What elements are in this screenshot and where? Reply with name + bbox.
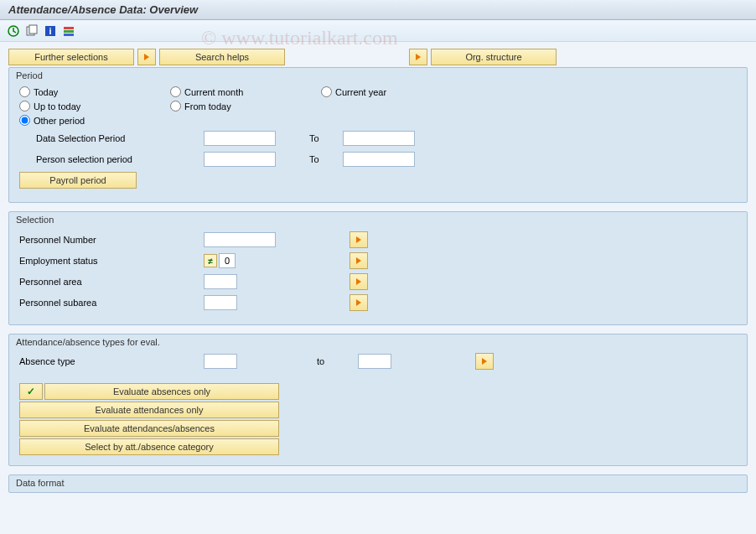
personnel-subarea-multi-button[interactable] (350, 294, 368, 311)
radio-current-year-label: Current year (335, 87, 386, 97)
absence-type-to-input[interactable] (358, 354, 391, 369)
variant-icon[interactable] (25, 24, 39, 38)
personnel-area-input[interactable] (204, 274, 237, 289)
employment-status-multi-button[interactable] (350, 252, 368, 269)
title-bar: Attendance/Absence Data: Overview (0, 0, 756, 20)
search-helps-expand-button[interactable] (137, 49, 156, 65)
radio-other-period[interactable]: Other period (19, 115, 170, 126)
radio-up-to-today[interactable]: Up to today (19, 101, 170, 111)
radio-from-today-input[interactable] (170, 101, 181, 111)
payroll-period-button[interactable]: Payroll period (19, 172, 137, 189)
svg-rect-7 (64, 34, 74, 36)
svg-rect-5 (64, 27, 74, 29)
org-structure-button[interactable]: Org. structure (431, 49, 557, 65)
search-helps-button[interactable]: Search helps (159, 49, 285, 65)
arrow-right-icon (356, 278, 361, 285)
absence-type-multi-button[interactable] (475, 353, 494, 370)
select-category-button[interactable]: Select by att./absence category (19, 438, 279, 455)
content-area: Further selections Search helps Org. str… (0, 42, 756, 534)
arrow-right-icon (356, 299, 361, 306)
not-equal-icon[interactable]: ≠ (204, 254, 217, 267)
data-selection-to-input[interactable] (343, 131, 415, 146)
radio-other-period-label: Other period (34, 116, 85, 126)
org-structure-expand-button[interactable] (409, 49, 427, 65)
data-selection-from-input[interactable] (204, 131, 276, 146)
svg-text:i: i (49, 26, 51, 36)
personnel-area-multi-button[interactable] (350, 273, 368, 290)
eval-both-button[interactable]: Evaluate attendances/absences (19, 420, 279, 437)
arrow-right-icon (356, 236, 361, 243)
radio-current-month[interactable]: Current month (170, 86, 321, 97)
person-selection-label: Person selection period (19, 154, 204, 164)
selection-group: Selection Personnel Number Employment st… (8, 211, 748, 325)
arrow-right-icon (356, 257, 361, 264)
personnel-subarea-input[interactable] (204, 295, 237, 310)
employment-status-input[interactable] (219, 253, 236, 268)
personnel-number-input[interactable] (204, 232, 276, 247)
execute-icon[interactable] (7, 24, 20, 38)
personnel-number-label: Personnel Number (19, 235, 204, 245)
person-selection-to-input[interactable] (343, 152, 415, 167)
radio-current-month-input[interactable] (170, 86, 181, 97)
personnel-number-multi-button[interactable] (350, 231, 368, 248)
svg-rect-6 (64, 30, 74, 33)
checkmark-icon: ✓ (27, 386, 35, 397)
data-format-group: Data format (8, 474, 748, 493)
eval-attendances-button[interactable]: Evaluate attendances only (19, 402, 279, 418)
employment-status-label: Employment status (19, 256, 204, 266)
radio-from-today-label: From today (184, 101, 231, 111)
list-icon[interactable] (62, 24, 75, 38)
radio-up-to-today-input[interactable] (19, 101, 30, 111)
attendance-types-group: Attendance/absence types for eval. Absen… (8, 334, 748, 466)
info-icon[interactable]: i (44, 24, 57, 38)
personnel-area-label: Personnel area (19, 277, 204, 287)
arrow-right-icon (482, 358, 487, 365)
toolbar: i (0, 20, 756, 42)
absence-type-to-label: to (317, 356, 324, 366)
radio-from-today[interactable]: From today (170, 101, 321, 111)
radio-current-year-input[interactable] (321, 86, 332, 97)
absence-type-label: Absence type (19, 356, 204, 366)
radio-up-to-today-label: Up to today (34, 101, 80, 111)
eval-absences-button[interactable]: Evaluate absences only (44, 383, 279, 400)
radio-current-year[interactable]: Current year (321, 86, 472, 97)
radio-current-month-label: Current month (184, 87, 243, 97)
data-to-label: To (293, 133, 343, 143)
radio-today-input[interactable] (19, 86, 30, 97)
radio-today[interactable]: Today (19, 86, 170, 97)
arrow-right-icon (144, 54, 149, 60)
radio-other-period-input[interactable] (19, 115, 30, 126)
eval-absences-check-button[interactable]: ✓ (19, 383, 43, 400)
personnel-subarea-label: Personnel subarea (19, 298, 204, 308)
person-to-label: To (293, 154, 343, 164)
top-button-row: Further selections Search helps Org. str… (8, 49, 748, 65)
selection-group-title: Selection (9, 212, 747, 227)
absence-type-from-input[interactable] (204, 354, 237, 369)
data-format-title: Data format (9, 475, 747, 490)
attendance-types-title: Attendance/absence types for eval. (9, 334, 747, 350)
svg-rect-2 (29, 25, 37, 34)
radio-today-label: Today (34, 87, 58, 97)
period-group: Period Today Current month Current year (8, 67, 748, 203)
arrow-right-icon (416, 54, 421, 60)
data-selection-label: Data Selection Period (19, 133, 204, 143)
period-group-title: Period (9, 68, 747, 83)
person-selection-from-input[interactable] (204, 152, 276, 167)
further-selections-button[interactable]: Further selections (8, 49, 134, 65)
page-title: Attendance/Absence Data: Overview (8, 3, 748, 16)
